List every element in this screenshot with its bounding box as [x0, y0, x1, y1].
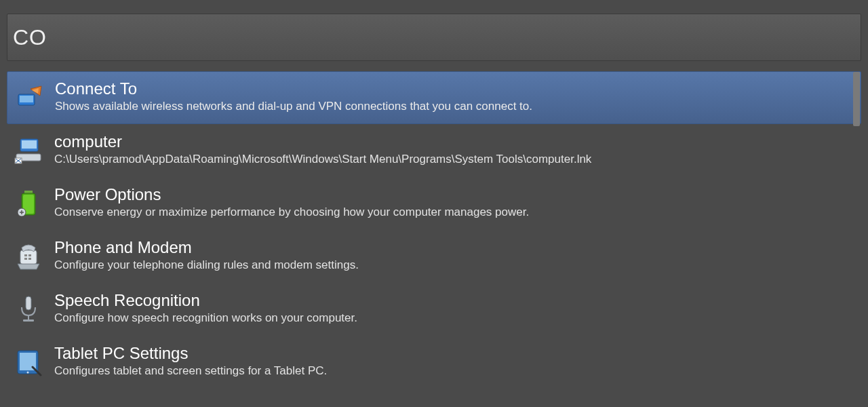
result-title: Connect To: [55, 80, 532, 98]
svg-rect-11: [24, 254, 27, 256]
svg-rect-14: [28, 258, 31, 260]
battery-icon: [14, 188, 43, 218]
svg-rect-17: [23, 319, 34, 322]
result-title: Speech Recognition: [54, 292, 357, 309]
search-bar[interactable]: [7, 14, 861, 61]
svg-rect-15: [26, 296, 31, 310]
result-phone-modem[interactable]: Phone and Modem Configure your telephone…: [7, 230, 861, 283]
result-desc: Configure how speech recognition works o…: [54, 311, 357, 326]
computer-icon: [14, 135, 43, 165]
result-desc: Shows available wireless networks and di…: [55, 99, 532, 114]
svg-rect-6: [24, 191, 33, 193]
result-desc: C:\Users\pramod\AppData\Roaming\Microsof…: [54, 152, 591, 167]
svg-rect-10: [20, 250, 37, 264]
result-title: Phone and Modem: [54, 239, 359, 256]
result-tablet-pc-settings[interactable]: Tablet PC Settings Configures tablet and…: [7, 336, 861, 389]
result-computer[interactable]: computer C:\Users\pramod\AppData\Roaming…: [7, 124, 861, 177]
results-list: Connect To Shows available wireless netw…: [7, 71, 861, 407]
search-input[interactable]: [13, 25, 855, 50]
result-speech-recognition[interactable]: Speech Recognition Configure how speech …: [7, 283, 861, 336]
result-power-options[interactable]: Power Options Conserve energy or maximiz…: [7, 177, 861, 230]
scrollbar-thumb[interactable]: [853, 72, 860, 126]
microphone-icon: [14, 294, 43, 324]
result-title: Power Options: [54, 186, 529, 204]
tablet-icon: [14, 347, 43, 376]
result-desc: Configures tablet and screen settings fo…: [54, 364, 327, 379]
svg-rect-13: [24, 258, 27, 260]
result-desc: Conserve energy or maximize performance …: [54, 205, 529, 220]
phone-modem-icon: [14, 241, 43, 271]
svg-rect-3: [22, 140, 37, 149]
svg-point-20: [27, 372, 29, 374]
svg-rect-1: [20, 96, 33, 102]
result-desc: Configure your telephone dialing rules a…: [54, 258, 359, 273]
result-connect-to[interactable]: Connect To Shows available wireless netw…: [7, 71, 861, 124]
result-title: computer: [54, 133, 591, 151]
svg-rect-12: [28, 254, 31, 256]
connect-to-icon: [14, 82, 44, 112]
svg-rect-16: [28, 315, 29, 319]
result-title: Tablet PC Settings: [54, 345, 327, 362]
